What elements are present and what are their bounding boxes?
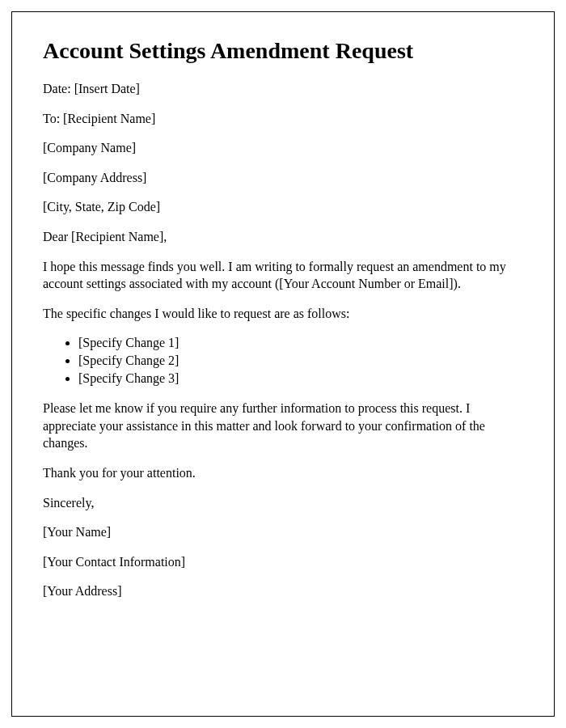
- company-address-line: [Company Address]: [43, 169, 523, 187]
- salutation-line: Dear [Recipient Name],: [43, 228, 523, 246]
- company-name-line: [Company Name]: [43, 139, 523, 157]
- changes-list: [Specify Change 1] [Specify Change 2] [S…: [78, 334, 523, 387]
- to-line: To: [Recipient Name]: [43, 110, 523, 128]
- signoff-line: Sincerely,: [43, 494, 523, 512]
- list-item: [Specify Change 1]: [78, 334, 523, 352]
- list-item: [Specify Change 2]: [78, 352, 523, 370]
- list-item: [Specify Change 3]: [78, 370, 523, 387]
- date-line: Date: [Insert Date]: [43, 80, 523, 98]
- changes-intro: The specific changes I would like to req…: [43, 305, 523, 323]
- your-contact-line: [Your Contact Information]: [43, 553, 523, 571]
- thank-you-line: Thank you for your attention.: [43, 464, 523, 482]
- document-title: Account Settings Amendment Request: [43, 38, 523, 64]
- your-address-line: [Your Address]: [43, 582, 523, 600]
- document-frame: Account Settings Amendment Request Date:…: [11, 11, 555, 717]
- your-name-line: [Your Name]: [43, 523, 523, 541]
- intro-paragraph: I hope this message finds you well. I am…: [43, 258, 523, 293]
- city-state-zip-line: [City, State, Zip Code]: [43, 198, 523, 216]
- closing-paragraph: Please let me know if you require any fu…: [43, 400, 523, 452]
